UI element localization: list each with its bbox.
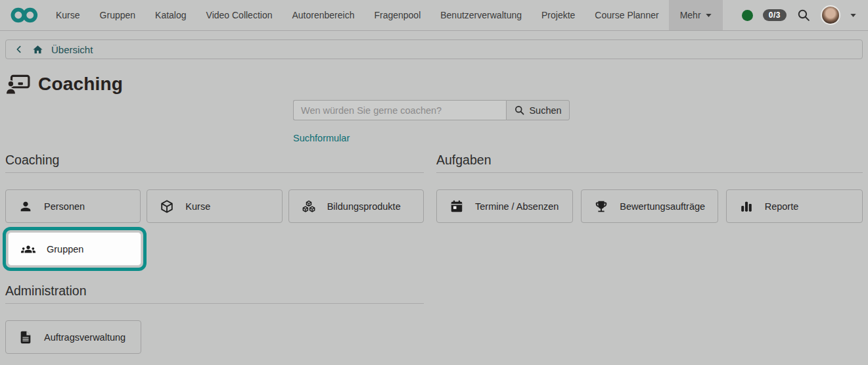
nav-item-gruppen[interactable]: Gruppen [90, 0, 145, 30]
coaching-icon [5, 74, 30, 95]
suchformular-link[interactable]: Suchformular [293, 133, 350, 143]
document-icon [18, 330, 33, 345]
group-icon [21, 242, 35, 256]
personen-button[interactable]: Personen [5, 189, 141, 223]
status-dot-icon [742, 10, 753, 21]
page-header: Coaching [5, 74, 868, 95]
column-left: Coaching Personen Kurse [5, 153, 424, 354]
main-content: Coaching Personen Kurse [5, 153, 863, 354]
gruppen-button[interactable]: Gruppen [8, 232, 141, 266]
breadcrumb-link-uebersicht[interactable]: Übersicht [51, 44, 93, 55]
bar-chart-icon [739, 199, 754, 214]
search-submit-button[interactable]: Suchen [506, 100, 570, 120]
search-icon [514, 105, 525, 116]
termine-absenzen-button[interactable]: Termine / Absenzen [436, 189, 573, 223]
bildungsprodukte-button[interactable]: Bildungsprodukte [288, 189, 424, 223]
app-logo[interactable] [0, 0, 46, 30]
user-avatar[interactable] [821, 5, 840, 25]
bewertungsauftraege-button-label: Bewertungsaufträge [620, 201, 705, 212]
nav-item-katalog[interactable]: Katalog [145, 0, 196, 30]
administration-buttons: Auftragsverwaltung [5, 320, 424, 354]
nav-item-mehr[interactable]: Mehr [669, 0, 723, 30]
gruppen-button-label: Gruppen [47, 244, 83, 255]
coach-search-input[interactable] [293, 100, 506, 120]
nav-item-kurse[interactable]: Kurse [46, 0, 90, 30]
personen-button-label: Personen [44, 201, 85, 212]
home-icon[interactable] [32, 44, 43, 55]
coach-search-form: Suchen [293, 100, 570, 120]
nav-item-autorenbereich[interactable]: Autorenbereich [282, 0, 364, 30]
avatar-caret-down-icon[interactable] [850, 14, 856, 17]
trophy-icon [594, 199, 608, 214]
nav-item-video-collection[interactable]: Video Collection [196, 0, 283, 30]
nav-item-benutzerverwaltung[interactable]: Benutzerverwaltung [430, 0, 532, 30]
nav-item-mehr-label: Mehr [680, 10, 701, 20]
search-button-label: Suchen [529, 105, 561, 116]
nav-item-course-planner[interactable]: Course Planner [585, 0, 668, 30]
caret-down-icon [706, 14, 712, 17]
counter-badge: 0/3 [763, 9, 787, 21]
termine-absenzen-button-label: Termine / Absenzen [475, 201, 559, 212]
bildungsprodukte-button-label: Bildungsprodukte [327, 201, 401, 212]
cubes-icon [302, 199, 316, 214]
section-coaching-title: Coaching [5, 153, 424, 173]
breadcrumb: Übersicht [5, 39, 863, 59]
reporte-button[interactable]: Reporte [726, 189, 863, 223]
top-navbar: Kurse Gruppen Katalog Video Collection A… [0, 0, 868, 31]
bewertungsauftraege-button[interactable]: Bewertungsaufträge [581, 189, 718, 223]
kurse-button-label: Kurse [185, 201, 210, 212]
auftragsverwaltung-button[interactable]: Auftragsverwaltung [5, 320, 141, 354]
calendar-icon [449, 199, 464, 214]
coaching-buttons: Personen Kurse [5, 189, 424, 223]
cube-icon [160, 199, 174, 214]
nav-menu: Kurse Gruppen Katalog Video Collection A… [46, 0, 723, 30]
column-right: Aufgaben Termine / Absenzen [436, 153, 863, 223]
section-administration: Administration Auftragsverwaltung [5, 283, 424, 354]
person-icon [18, 199, 33, 214]
section-aufgaben: Aufgaben Termine / Absenzen [436, 153, 863, 223]
aufgaben-buttons: Termine / Absenzen Bewertungsaufträge Re… [436, 189, 863, 223]
reporte-button-label: Reporte [765, 201, 799, 212]
auftragsverwaltung-button-label: Auftragsverwaltung [44, 332, 126, 343]
nav-right-cluster: 0/3 [742, 0, 868, 30]
chevron-left-icon[interactable] [14, 44, 24, 55]
page-title: Coaching [38, 74, 123, 95]
gruppen-highlight-ring: Gruppen [3, 227, 147, 271]
section-administration-title: Administration [5, 283, 424, 304]
infinity-logo-icon [11, 7, 38, 23]
section-coaching: Coaching Personen Kurse [5, 153, 424, 271]
nav-item-projekte[interactable]: Projekte [532, 0, 585, 30]
search-icon[interactable] [796, 8, 811, 22]
kurse-button[interactable]: Kurse [147, 189, 282, 223]
nav-item-fragenpool[interactable]: Fragenpool [364, 0, 430, 30]
section-aufgaben-title: Aufgaben [436, 153, 863, 173]
